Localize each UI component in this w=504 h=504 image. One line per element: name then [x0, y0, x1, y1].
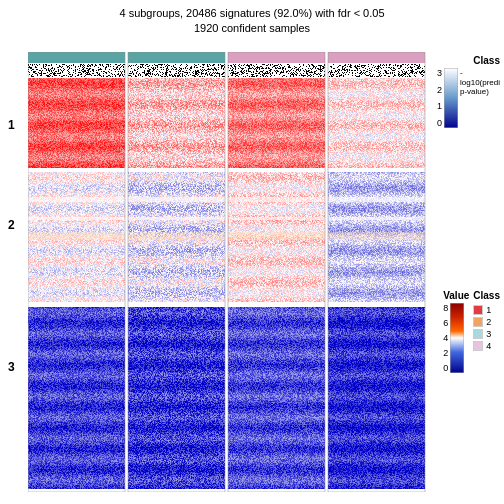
class-swatch-2: 2	[473, 317, 500, 327]
row-label-2-wrap: 2	[8, 218, 15, 232]
pval-tick-2: 2	[437, 85, 442, 95]
legend-bottom: Value 8 6 4 2 0 Class	[443, 290, 500, 373]
pval-legend-label: -log10(predi	[460, 68, 500, 87]
pval-tick-3: 3	[437, 68, 442, 78]
pval-tick-0: 0	[437, 118, 442, 128]
swatch-label-2: 2	[486, 317, 491, 327]
swatch-label-4: 4	[486, 341, 491, 351]
swatch-label-3: 3	[486, 329, 491, 339]
swatch-color-3	[473, 329, 483, 339]
value-legend-title: Value	[443, 290, 469, 301]
class-swatch-3: 3	[473, 329, 500, 339]
class-swatch-1: 1	[473, 305, 500, 315]
class-swatches: 1 2 3 4	[473, 305, 500, 351]
heatmap-canvas	[28, 52, 428, 492]
legend-class-title: Class	[437, 55, 500, 66]
title-line2: 1920 confident samples	[0, 21, 504, 36]
swatch-color-2	[473, 317, 483, 327]
row-label-1: 1	[8, 118, 15, 132]
val-tick-4: 4	[443, 333, 448, 343]
chart-title: 4 subgroups, 20486 signatures (92.0%) wi…	[0, 0, 504, 37]
swatch-label-1: 1	[486, 305, 491, 315]
val-tick-6: 6	[443, 318, 448, 328]
val-tick-2: 2	[443, 348, 448, 358]
class-swatch-4: 4	[473, 341, 500, 351]
row-label-2: 2	[8, 218, 15, 232]
val-tick-8: 8	[443, 303, 448, 313]
value-gradient-canvas	[450, 303, 464, 373]
swatch-color-1	[473, 305, 483, 315]
val-tick-0: 0	[443, 363, 448, 373]
pval-legend-label2: p-value)	[460, 87, 500, 97]
swatch-color-4	[473, 341, 483, 351]
legend-top: Class 3 2 1 0 -log10(predi p-value)	[437, 55, 500, 128]
title-line1: 4 subgroups, 20486 signatures (92.0%) wi…	[0, 6, 504, 21]
class-legend-title: Class	[473, 290, 500, 301]
row-labels: 1	[8, 118, 15, 132]
main-container: 4 subgroups, 20486 signatures (92.0%) wi…	[0, 0, 504, 504]
row-label-3-wrap: 3	[8, 360, 15, 374]
row-label-3: 3	[8, 360, 15, 374]
pval-tick-1: 1	[437, 101, 442, 111]
legend-gradient-canvas	[444, 68, 458, 128]
